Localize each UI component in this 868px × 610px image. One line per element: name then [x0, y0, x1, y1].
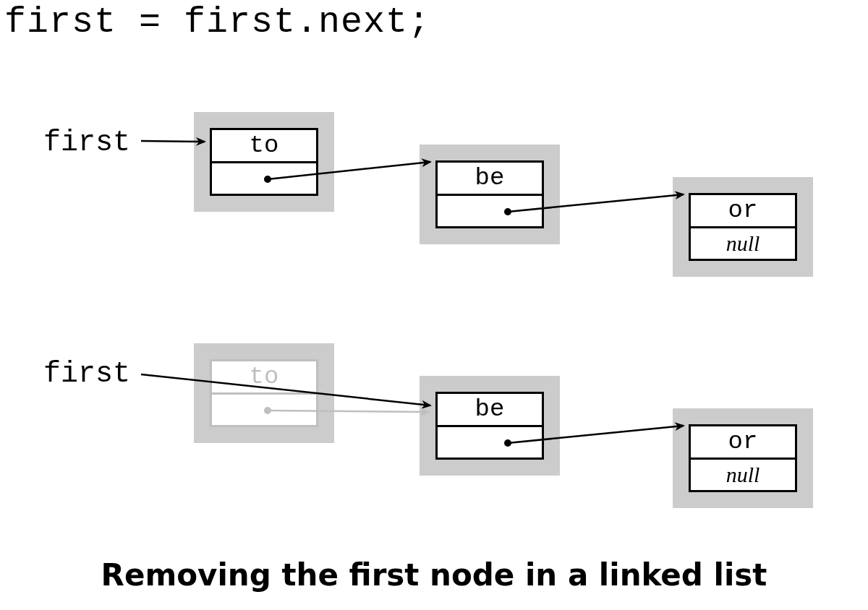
diagram-caption: Removing the first node in a linked list — [0, 557, 868, 593]
node-data: be — [438, 163, 542, 196]
pointer-label-first-top: first — [43, 126, 130, 159]
arrows-overlay — [0, 0, 868, 610]
node-next — [438, 196, 542, 227]
code-line: first = first.next; — [4, 1, 430, 43]
node-next — [212, 163, 316, 194]
diagram-stage: first = first.next; first to be or null … — [0, 0, 868, 610]
node-be-bottom: be — [420, 376, 560, 476]
node-next-null: null — [691, 460, 795, 491]
node-or-top: or null — [673, 177, 813, 277]
node-data: to — [212, 361, 316, 395]
node-next — [212, 395, 316, 426]
node-data: or — [691, 426, 795, 460]
node-next-null: null — [691, 228, 795, 259]
node-data: be — [438, 394, 542, 427]
node-to-top: to — [194, 112, 334, 212]
node-next — [438, 427, 542, 458]
node-be-top: be — [420, 145, 560, 244]
node-data: or — [691, 195, 795, 228]
pointer-label-first-bottom: first — [43, 358, 130, 390]
node-to-bottom-removed: to — [194, 343, 334, 443]
node-or-bottom: or null — [673, 408, 813, 508]
node-data: to — [212, 130, 316, 163]
